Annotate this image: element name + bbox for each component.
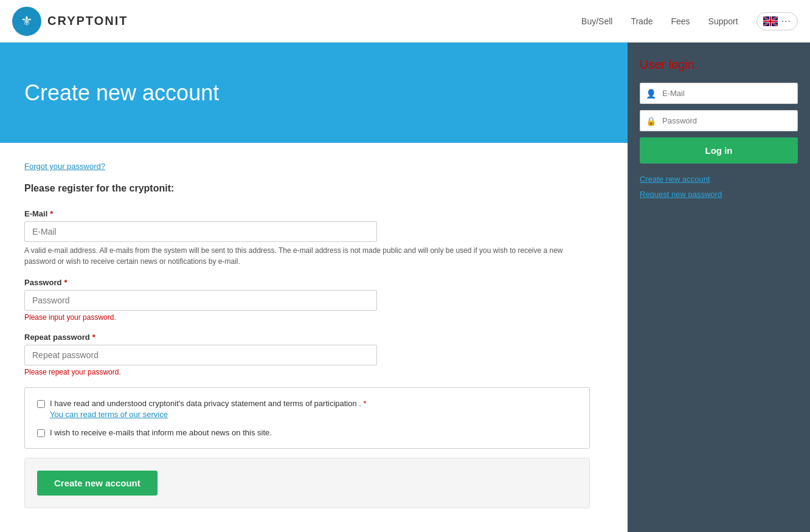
email-label: E-Mail *	[24, 209, 603, 218]
sidebar-title-dot: .	[694, 58, 698, 71]
logo-icon: ⚜	[12, 7, 41, 36]
main-nav: Buy/Sell Trade Fees Support ···	[581, 12, 798, 30]
main-container: Create new account Forgot your password?…	[0, 43, 810, 532]
nav-fees[interactable]: Fees	[671, 16, 690, 26]
hero-banner: Create new account	[0, 43, 628, 143]
password-hint: Please input your password.	[24, 313, 603, 322]
nav-trade[interactable]: Trade	[631, 16, 652, 26]
repeat-password-required-star: *	[92, 333, 95, 342]
sidebar-request-password-link[interactable]: Request new password	[640, 190, 798, 199]
nav-buy-sell[interactable]: Buy/Sell	[581, 16, 612, 26]
sidebar-email-input[interactable]	[640, 83, 798, 104]
person-icon: 👤	[646, 89, 656, 98]
password-label: Password *	[24, 278, 603, 287]
sidebar-title: User login.	[640, 58, 798, 72]
content-area: Create new account Forgot your password?…	[0, 43, 628, 532]
form-area: Forgot your password? Please register fo…	[0, 143, 628, 527]
password-field-group: Password * Please input your password.	[24, 278, 603, 322]
hero-title: Create new account	[24, 80, 219, 106]
sidebar-create-account-link[interactable]: Create new account	[640, 174, 798, 184]
submit-area: Create new account	[24, 458, 590, 508]
newsletter-checkbox-row: I wish to receive e-mails that inform me…	[37, 428, 577, 437]
email-input[interactable]	[24, 221, 377, 242]
sidebar-password-wrapper: 🔒	[640, 110, 798, 131]
user-login-sidebar: User login. 👤 🔒 Log in Create new accoun…	[628, 43, 810, 532]
create-account-button[interactable]: Create new account	[37, 471, 158, 496]
sidebar-email-wrapper: 👤	[640, 83, 798, 104]
language-selector[interactable]: ···	[756, 12, 798, 30]
repeat-password-field-group: Repeat password * Please repeat your pas…	[24, 333, 603, 376]
repeat-password-input[interactable]	[24, 345, 377, 365]
register-heading: Please register for the cryptonit:	[24, 183, 603, 194]
newsletter-checkbox[interactable]	[37, 429, 45, 437]
terms-checkbox-label: I have read and understood cryptonit's d…	[50, 399, 367, 419]
terms-checkbox-row: I have read and understood cryptonit's d…	[37, 399, 577, 419]
password-input[interactable]	[24, 290, 377, 311]
logo-area: ⚜ CRYPTONIT	[12, 7, 128, 36]
repeat-password-hint: Please repeat your password.	[24, 368, 603, 376]
sidebar-password-input[interactable]	[640, 110, 798, 131]
terms-link[interactable]: You can read terms of our service	[50, 410, 367, 419]
repeat-password-label: Repeat password *	[24, 333, 603, 342]
newsletter-checkbox-label: I wish to receive e-mails that inform me…	[50, 428, 272, 437]
uk-flag-icon	[763, 16, 778, 26]
password-required-star: *	[64, 278, 67, 287]
forgot-password-link[interactable]: Forgot your password?	[24, 162, 105, 171]
lock-icon: 🔒	[646, 116, 656, 126]
email-hint: A valid e-mail address. All e-mails from…	[24, 245, 590, 267]
checkboxes-section: I have read and understood cryptonit's d…	[24, 387, 590, 449]
more-dots: ···	[781, 16, 791, 27]
email-required-star: *	[50, 209, 53, 218]
email-field-group: E-Mail * A valid e-mail address. All e-m…	[24, 209, 603, 267]
logo-text: CRYPTONIT	[47, 14, 128, 28]
login-button[interactable]: Log in	[640, 137, 798, 164]
nav-support[interactable]: Support	[708, 16, 738, 26]
terms-checkbox[interactable]	[37, 400, 45, 408]
site-header: ⚜ CRYPTONIT Buy/Sell Trade Fees Support …	[0, 0, 810, 43]
